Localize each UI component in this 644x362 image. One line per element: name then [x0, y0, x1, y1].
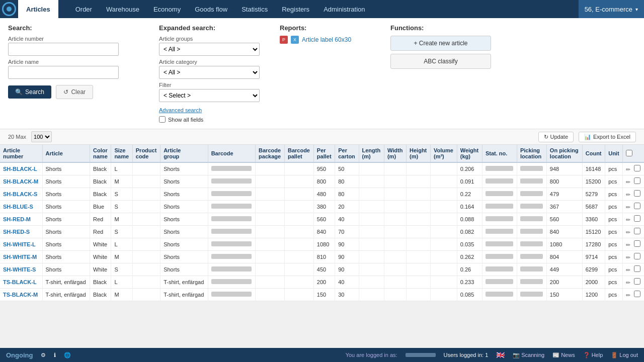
- edit-icon[interactable]: ✏: [626, 179, 630, 185]
- select-all-checkbox[interactable]: [626, 150, 632, 156]
- col-prod-code: Productcode: [132, 145, 160, 162]
- cell-per-pallet: 380: [313, 201, 335, 213]
- export-excel-button[interactable]: 📊 Export to Excel: [579, 132, 636, 142]
- cell-stat-no: [482, 263, 517, 276]
- row-checkbox[interactable]: [634, 165, 640, 171]
- update-button[interactable]: ↻ Update: [538, 132, 574, 142]
- cell-barcode: [208, 188, 255, 201]
- article-category-select[interactable]: < All >: [159, 66, 260, 79]
- row-checkbox[interactable]: [634, 240, 640, 247]
- article-number-input[interactable]: [8, 43, 119, 56]
- cell-barcode: [208, 263, 255, 276]
- edit-icon[interactable]: ✏: [626, 267, 630, 273]
- cell-edit[interactable]: ✏: [623, 201, 644, 213]
- cell-edit[interactable]: ✏: [623, 175, 644, 188]
- cell-volume: [431, 289, 457, 301]
- cell-prod-code: [132, 213, 160, 226]
- article-name-input[interactable]: [8, 66, 119, 79]
- cell-width: [384, 226, 406, 238]
- cell-size: S: [111, 226, 132, 238]
- logo[interactable]: [0, 0, 18, 18]
- abc-classify-button[interactable]: ABC classify: [390, 54, 491, 69]
- cell-art-no: SH-BLACK-M: [0, 175, 42, 188]
- row-checkbox[interactable]: [634, 203, 640, 209]
- cell-edit[interactable]: ✏: [623, 263, 644, 276]
- row-checkbox[interactable]: [634, 177, 640, 184]
- col-article: Article: [42, 145, 90, 162]
- article-groups-select[interactable]: < All >: [159, 43, 260, 56]
- cell-art-no: SH-BLUE-S: [0, 201, 42, 213]
- cell-edit[interactable]: ✏: [623, 188, 644, 201]
- reports-title: Reports:: [280, 24, 380, 32]
- cell-edit[interactable]: ✏: [623, 226, 644, 238]
- edit-icon[interactable]: ✏: [626, 292, 630, 298]
- cell-art-group: Shorts: [160, 263, 208, 276]
- table-row: SH-BLACK-S Shorts Black S Shorts 480 80 …: [0, 188, 644, 201]
- edit-icon[interactable]: ✏: [626, 280, 630, 286]
- table-row: SH-BLUE-S Shorts Blue S Shorts 380 20 0.…: [0, 201, 644, 213]
- cell-length: [359, 238, 384, 251]
- cell-height: [407, 276, 431, 289]
- edit-icon[interactable]: ✏: [626, 217, 630, 223]
- cell-edit[interactable]: ✏: [623, 238, 644, 251]
- cell-pick-loc: [517, 188, 546, 201]
- logo-circle: [2, 2, 16, 16]
- cell-unit: pcs: [605, 238, 623, 251]
- advanced-search-link[interactable]: Advanced search: [159, 107, 270, 113]
- row-checkbox[interactable]: [634, 278, 640, 285]
- cell-barcode-pkg: [256, 263, 285, 276]
- cell-volume: [431, 263, 457, 276]
- row-checkbox[interactable]: [634, 265, 640, 272]
- row-checkbox[interactable]: [634, 253, 640, 259]
- edit-icon[interactable]: ✏: [626, 166, 630, 172]
- nav-statistics[interactable]: Statistics: [234, 0, 275, 18]
- cell-weight: 0.206: [457, 162, 482, 175]
- cell-edit[interactable]: ✏: [623, 213, 644, 226]
- search-panel: Search: Article number Article name 🔍 Se…: [0, 18, 644, 129]
- max-select[interactable]: 100: [31, 131, 52, 142]
- create-article-button[interactable]: + Create new article: [390, 36, 491, 51]
- row-checkbox[interactable]: [634, 215, 640, 222]
- cell-edit[interactable]: ✏: [623, 162, 644, 175]
- edit-icon[interactable]: ✏: [626, 229, 630, 235]
- show-all-fields-checkbox[interactable]: [159, 116, 166, 123]
- cell-length: [359, 213, 384, 226]
- cell-color: Black: [90, 289, 111, 301]
- tab-articles[interactable]: Articles: [18, 0, 58, 18]
- search-button[interactable]: 🔍 Search: [8, 85, 51, 99]
- table-row: SH-RED-S Shorts Red S Shorts 840 70 0.08…: [0, 226, 644, 238]
- nav-administration[interactable]: Administration: [316, 0, 372, 18]
- report-item[interactable]: P X Article label 60x30: [280, 36, 380, 44]
- cell-size: L: [111, 162, 132, 175]
- cell-weight: 0.091: [457, 175, 482, 188]
- col-unit: Unit: [605, 145, 623, 162]
- cell-per-pallet: 150: [313, 289, 335, 301]
- nav-registers[interactable]: Registers: [275, 0, 316, 18]
- row-checkbox[interactable]: [634, 291, 640, 297]
- row-checkbox[interactable]: [634, 228, 640, 234]
- table-row: SH-WHITE-S Shorts White S Shorts 450 90 …: [0, 263, 644, 276]
- cell-edit[interactable]: ✏: [623, 276, 644, 289]
- cell-edit[interactable]: ✏: [623, 289, 644, 301]
- cell-per-pallet: 450: [313, 263, 335, 276]
- nav-order[interactable]: Order: [68, 0, 99, 18]
- edit-icon[interactable]: ✏: [626, 204, 630, 210]
- cell-prod-code: [132, 175, 160, 188]
- edit-icon[interactable]: ✏: [626, 242, 630, 248]
- nav-goods-flow[interactable]: Goods flow: [188, 0, 234, 18]
- user-badge[interactable]: 56, E-commerce ▾: [579, 0, 644, 18]
- edit-icon[interactable]: ✏: [626, 254, 630, 260]
- col-size: Sizename: [111, 145, 132, 162]
- col-art-group: Articlegroup: [160, 145, 208, 162]
- filter-select[interactable]: < Select >: [159, 89, 260, 102]
- clear-button[interactable]: ↺ Clear: [56, 85, 93, 99]
- cell-height: [407, 213, 431, 226]
- nav-economy[interactable]: Economy: [146, 0, 188, 18]
- row-checkbox[interactable]: [634, 190, 640, 197]
- cell-barcode: [208, 276, 255, 289]
- edit-icon[interactable]: ✏: [626, 192, 630, 198]
- cell-edit[interactable]: ✏: [623, 251, 644, 263]
- nav-warehouse[interactable]: Warehouse: [99, 0, 146, 18]
- cell-pick-loc: [517, 263, 546, 276]
- cell-barcode-pallet: [284, 289, 313, 301]
